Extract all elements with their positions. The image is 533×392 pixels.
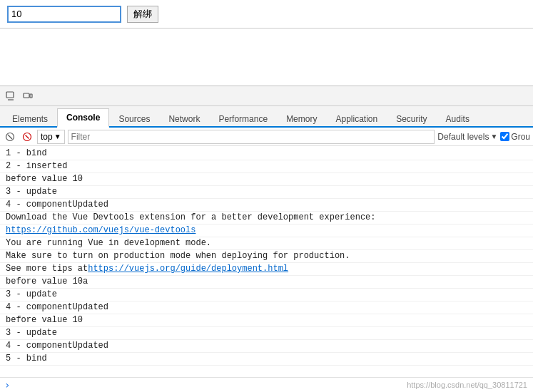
context-label: top <box>41 132 53 142</box>
default-levels-select[interactable]: Default levels ▼ <box>437 132 497 142</box>
svg-rect-3 <box>30 94 32 98</box>
console-toolbar: top ▼ Default levels ▼ Grou <box>0 128 533 146</box>
svg-line-5 <box>8 135 12 139</box>
group-label: Grou <box>511 132 530 142</box>
console-input[interactable] <box>13 380 529 390</box>
console-text: See more tips at <box>6 264 88 274</box>
console-line: 4 - componentUpdated <box>0 199 533 212</box>
tab-console[interactable]: Console <box>57 108 109 128</box>
console-line: Make sure to turn on production mode whe… <box>0 250 533 263</box>
console-line: 2 - inserted <box>0 160 533 173</box>
group-similar-checkbox[interactable]: Grou <box>500 132 530 142</box>
console-line: https://github.com/vuejs/vue-devtools <box>0 225 533 237</box>
tab-sources[interactable]: Sources <box>109 110 159 128</box>
console-input-line: › <box>0 377 533 392</box>
svg-rect-0 <box>6 92 14 98</box>
chevron-down-icon: ▼ <box>54 133 61 140</box>
console-link[interactable]: https://vuejs.org/guide/deployment.html <box>88 264 288 274</box>
console-line: See more tips at https://vuejs.org/guide… <box>0 263 533 276</box>
console-line: You are running Vue in development mode. <box>0 237 533 250</box>
devtools-top-toolbar <box>0 86 533 106</box>
console-line: 3 - update <box>0 186 533 199</box>
group-checkbox-input[interactable] <box>500 132 509 141</box>
console-link[interactable]: https://github.com/vuejs/vue-devtools <box>6 225 196 235</box>
page-area: 10 解绑 <box>0 0 533 29</box>
console-line: before value 10 <box>0 173 533 186</box>
unbind-button[interactable]: 解绑 <box>127 6 158 23</box>
page-content <box>0 29 533 86</box>
console-prompt-icon: › <box>4 379 10 391</box>
tab-audits[interactable]: Audits <box>437 110 479 128</box>
device-toolbar-icon[interactable] <box>20 88 36 104</box>
console-line: before value 10 <box>0 314 533 327</box>
tab-performance[interactable]: Performance <box>209 110 277 128</box>
tab-memory[interactable]: Memory <box>277 110 326 128</box>
devtools-tabs: Elements Console Sources Network Perform… <box>0 106 533 128</box>
console-line: 3 - update <box>0 289 533 301</box>
console-output: 1 - bind2 - insertedbefore value 103 - u… <box>0 146 533 377</box>
filter-input[interactable] <box>68 130 435 144</box>
page-input[interactable]: 10 <box>7 6 121 23</box>
console-line: before value 10a <box>0 276 533 289</box>
console-line: 5 - bind <box>0 353 533 366</box>
svg-line-7 <box>26 135 29 138</box>
tab-security[interactable]: Security <box>387 110 436 128</box>
devtools-panel: Elements Console Sources Network Perform… <box>0 86 533 392</box>
clear-console-icon[interactable] <box>3 130 17 144</box>
console-line: 1 - bind <box>0 148 533 160</box>
filter-icon[interactable] <box>20 130 34 144</box>
console-line: 3 - update <box>0 327 533 340</box>
console-line: Download the Vue Devtools extension for … <box>0 212 533 225</box>
tab-application[interactable]: Application <box>326 110 387 128</box>
console-line: 4 - componentUpdated <box>0 340 533 353</box>
inspect-element-icon[interactable] <box>3 88 19 104</box>
tab-network[interactable]: Network <box>159 110 209 128</box>
default-levels-label: Default levels <box>437 132 489 142</box>
default-levels-chevron-icon: ▼ <box>490 133 497 140</box>
tab-elements[interactable]: Elements <box>3 110 57 128</box>
context-select[interactable]: top ▼ <box>37 130 65 144</box>
console-line: 4 - componentUpdated <box>0 301 533 314</box>
svg-rect-2 <box>24 93 29 98</box>
